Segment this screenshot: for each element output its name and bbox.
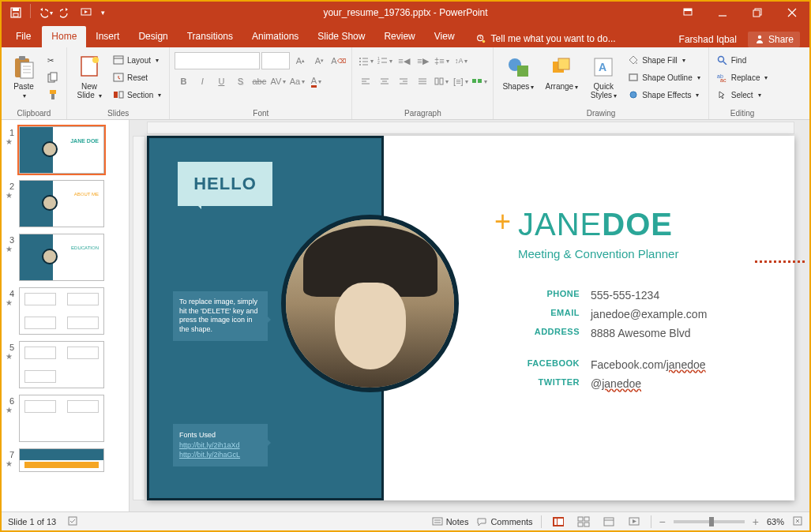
format-painter-button[interactable] bbox=[44, 87, 62, 103]
font-family-combo[interactable] bbox=[175, 52, 260, 69]
shadow-button[interactable]: S bbox=[231, 73, 249, 90]
text-direction-button[interactable]: ↕A▾ bbox=[452, 52, 469, 69]
close-button[interactable] bbox=[775, 2, 809, 24]
slide-indicator[interactable]: Slide 1 of 13 bbox=[8, 517, 56, 526]
clear-formatting-button[interactable]: A⌫ bbox=[329, 52, 347, 69]
reset-button[interactable]: Reset bbox=[110, 69, 164, 85]
thumbnail-1[interactable]: JANE DOE bbox=[19, 126, 104, 174]
align-left-button[interactable] bbox=[357, 73, 374, 90]
slideshow-view-button[interactable] bbox=[625, 515, 643, 529]
normal-view-button[interactable] bbox=[550, 515, 567, 529]
spell-check-icon[interactable] bbox=[67, 515, 78, 528]
line-spacing-button[interactable]: ‡≡▾ bbox=[433, 52, 450, 69]
slide-canvas[interactable]: HELLO To replace image, simply hit the '… bbox=[130, 120, 809, 511]
tab-home[interactable]: Home bbox=[42, 26, 86, 47]
save-button[interactable] bbox=[6, 4, 25, 21]
start-from-beginning-button[interactable] bbox=[77, 4, 96, 21]
thumbnail-2[interactable]: ABOUT ME bbox=[19, 180, 104, 227]
thumbnail-5[interactable] bbox=[19, 341, 104, 388]
tab-design[interactable]: Design bbox=[129, 26, 177, 47]
increase-font-button[interactable]: A▴ bbox=[291, 52, 309, 69]
section-button[interactable]: Section ▾ bbox=[110, 87, 164, 103]
share-button[interactable]: Share bbox=[748, 32, 800, 47]
tab-view[interactable]: View bbox=[425, 26, 464, 47]
font-link-1[interactable]: http://bit.ly/2ih1aXd bbox=[179, 441, 240, 449]
increase-indent-button[interactable]: ≡▶ bbox=[414, 52, 431, 69]
tab-transitions[interactable]: Transitions bbox=[178, 26, 242, 47]
slide-right-panel[interactable]: JANEDOE Meeting & Convention Planner Pho… bbox=[384, 136, 794, 500]
slide-editor[interactable]: HELLO To replace image, simply hit the '… bbox=[147, 136, 794, 500]
zoom-level[interactable]: 63% bbox=[767, 517, 784, 526]
shapes-button[interactable]: Shapes▾ bbox=[498, 52, 538, 93]
slide-sorter-view-button[interactable] bbox=[575, 515, 592, 529]
undo-button[interactable]: ▾ bbox=[36, 4, 54, 21]
instruction-note[interactable]: To replace image, simply hit the 'DELETE… bbox=[173, 291, 268, 341]
italic-button[interactable]: I bbox=[193, 73, 211, 90]
find-button[interactable]: Find bbox=[714, 52, 772, 68]
fit-to-window-button[interactable] bbox=[792, 515, 803, 528]
arrange-button[interactable]: Arrange▾ bbox=[541, 52, 582, 93]
smartart-button[interactable]: ▾ bbox=[471, 73, 488, 90]
strikethrough-button[interactable]: abc bbox=[250, 73, 268, 90]
change-case-button[interactable]: Aa▾ bbox=[288, 73, 306, 90]
zoom-in-button[interactable]: + bbox=[753, 515, 759, 528]
hello-speech-bubble[interactable]: HELLO bbox=[178, 162, 272, 206]
zoom-out-button[interactable]: − bbox=[659, 515, 666, 528]
zoom-slider[interactable] bbox=[674, 520, 745, 523]
social-block[interactable]: FacebookFacebook.com/janedoe Twitter@jan… bbox=[518, 358, 766, 390]
qat-customize-button[interactable]: ▾ bbox=[97, 4, 108, 21]
contact-block[interactable]: Phone555-555-1234 Emailjanedoe@example.c… bbox=[518, 289, 766, 339]
character-spacing-button[interactable]: AV▾ bbox=[269, 73, 287, 90]
redo-button[interactable] bbox=[56, 4, 75, 21]
shape-fill-button[interactable]: Shape Fill ▾ bbox=[625, 52, 703, 68]
tab-review[interactable]: Review bbox=[374, 26, 424, 47]
font-link-2[interactable]: http://bit.ly/2ihaGcL bbox=[179, 451, 240, 459]
horizontal-ruler[interactable] bbox=[147, 122, 794, 134]
shape-outline-button[interactable]: Shape Outline ▾ bbox=[625, 69, 703, 85]
user-name[interactable]: Farshad Iqbal bbox=[679, 34, 737, 45]
bullets-button[interactable]: ▾ bbox=[357, 52, 374, 69]
justify-button[interactable] bbox=[414, 73, 431, 90]
tab-insert[interactable]: Insert bbox=[86, 26, 129, 47]
align-right-button[interactable] bbox=[395, 73, 412, 90]
shape-effects-button[interactable]: Shape Effects ▾ bbox=[625, 87, 703, 103]
tell-me-search[interactable]: Tell me what you want to do... bbox=[471, 30, 621, 47]
font-size-combo[interactable] bbox=[261, 52, 290, 69]
comments-button[interactable]: Comments bbox=[476, 517, 532, 526]
quick-styles-button[interactable]: A QuickStyles▾ bbox=[585, 52, 621, 102]
notes-button[interactable]: Notes bbox=[432, 517, 469, 526]
thumbnail-7[interactable] bbox=[19, 448, 104, 472]
restore-button[interactable] bbox=[740, 2, 775, 24]
copy-button[interactable] bbox=[44, 69, 62, 85]
name-heading[interactable]: JANEDOE bbox=[518, 207, 766, 242]
thumbnail-panel[interactable]: 1★JANE DOE 2★ABOUT ME 3★EDUCATION 4★ 5★ … bbox=[2, 120, 130, 511]
fonts-note[interactable]: Fonts Used http://bit.ly/2ih1aXd http://… bbox=[173, 424, 268, 466]
tab-slide-show[interactable]: Slide Show bbox=[308, 26, 374, 47]
tab-animations[interactable]: Animations bbox=[242, 26, 308, 47]
bold-button[interactable]: B bbox=[175, 73, 192, 90]
numbering-button[interactable]: 12▾ bbox=[376, 52, 393, 69]
columns-button[interactable]: ▾ bbox=[433, 73, 450, 90]
replace-button[interactable]: abacReplace ▾ bbox=[714, 69, 772, 85]
layout-button[interactable]: Layout ▾ bbox=[110, 52, 164, 68]
paste-button[interactable]: Paste▾ bbox=[6, 52, 41, 102]
role-text[interactable]: Meeting & Convention Planner bbox=[518, 247, 766, 260]
tab-file[interactable]: File bbox=[5, 26, 42, 47]
minimize-button[interactable] bbox=[705, 2, 740, 24]
reading-view-button[interactable] bbox=[600, 515, 618, 529]
thumbnail-4[interactable] bbox=[19, 287, 104, 335]
align-center-button[interactable] bbox=[376, 73, 393, 90]
align-text-button[interactable]: [≡]▾ bbox=[452, 73, 469, 90]
cut-button[interactable]: ✂ bbox=[44, 52, 62, 68]
decrease-font-button[interactable]: A▾ bbox=[310, 52, 328, 69]
ribbon-options-button[interactable] bbox=[670, 2, 705, 24]
select-button[interactable]: Select ▾ bbox=[714, 87, 772, 103]
ribbon: Paste▾ ✂ Clipboard NewSlide ▾ Layout ▾ R… bbox=[2, 47, 809, 120]
font-color-button[interactable]: A▾ bbox=[307, 73, 325, 90]
new-slide-button[interactable]: NewSlide ▾ bbox=[72, 52, 107, 102]
vertical-ruler[interactable] bbox=[133, 136, 145, 500]
thumbnail-3[interactable]: EDUCATION bbox=[19, 234, 104, 281]
decrease-indent-button[interactable]: ≡◀ bbox=[395, 52, 412, 69]
thumbnail-6[interactable] bbox=[19, 395, 104, 442]
underline-button[interactable]: U bbox=[212, 73, 230, 90]
